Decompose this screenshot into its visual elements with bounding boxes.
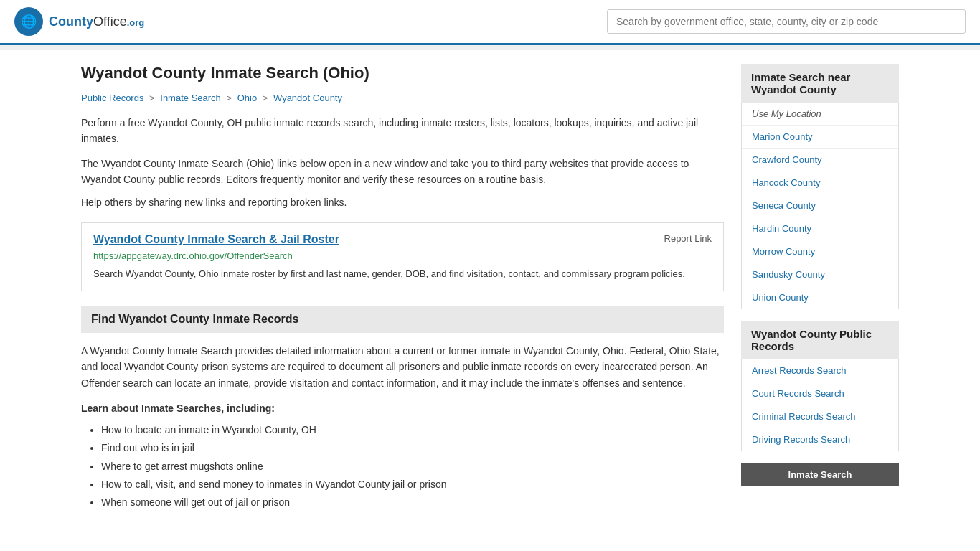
result-url[interactable]: https://appgateway.drc.ohio.gov/Offender…	[93, 250, 712, 261]
sidebar-nearby-link[interactable]: Morrow County	[742, 240, 898, 263]
sidebar-public-record-link[interactable]: Driving Records Search	[742, 428, 898, 451]
sidebar-nearby-link[interactable]: Hancock County	[742, 171, 898, 194]
bullet-item: When someone will get out of jail or pri…	[101, 494, 724, 512]
bullet-item: Where to get arrest mugshots online	[101, 458, 724, 476]
main-container: Wyandot County Inmate Search (Ohio) Publ…	[67, 50, 913, 526]
breadcrumb-wyandot[interactable]: Wyandot County	[273, 93, 342, 103]
help-text: Help others by sharing new links and rep…	[81, 197, 724, 208]
bullet-list: How to locate an inmate in Wyandot Count…	[81, 421, 724, 512]
bullet-item: Find out who is in jail	[101, 439, 724, 457]
sidebar-nearby-header: Inmate Search near Wyandot County	[741, 64, 899, 103]
intro-text-2: The Wyandot County Inmate Search (Ohio) …	[81, 156, 724, 188]
sidebar-use-location[interactable]: Use My Location	[742, 103, 898, 126]
page-title: Wyandot County Inmate Search (Ohio)	[81, 64, 724, 83]
sidebar-public-records-links: Arrest Records SearchCourt Records Searc…	[741, 359, 899, 451]
sidebar: Inmate Search near Wyandot County Use My…	[741, 64, 899, 512]
breadcrumb-ohio[interactable]: Ohio	[237, 93, 257, 103]
search-input[interactable]	[607, 9, 966, 34]
bullet-item: How to locate an inmate in Wyandot Count…	[101, 421, 724, 439]
sidebar-public-records-header: Wyandot County Public Records	[741, 321, 899, 359]
breadcrumb-inmate-search[interactable]: Inmate Search	[160, 93, 221, 103]
result-title[interactable]: Wyandot County Inmate Search & Jail Rost…	[93, 233, 339, 246]
sidebar-nearby-link[interactable]: Union County	[742, 286, 898, 309]
sidebar-nearby-link[interactable]: Crawford County	[742, 149, 898, 171]
logo-area: 🌐 CountyOffice.org	[14, 7, 144, 36]
sidebar-nearby-link[interactable]: Sandusky County	[742, 263, 898, 286]
logo-icon: 🌐	[14, 7, 43, 36]
sidebar-nearby-link[interactable]: Hardin County	[742, 217, 898, 240]
find-records-text: A Wyandot County Inmate Search provides …	[81, 343, 724, 391]
breadcrumb-public-records[interactable]: Public Records	[81, 93, 143, 103]
content-area: Wyandot County Inmate Search (Ohio) Publ…	[81, 64, 724, 512]
sidebar-nearby-link[interactable]: Marion County	[742, 126, 898, 149]
bullet-item: How to call, visit, and send money to in…	[101, 476, 724, 494]
sidebar-nearby-link[interactable]: Seneca County	[742, 194, 898, 217]
find-records-header: Find Wyandot County Inmate Records	[81, 306, 724, 333]
logo-text: CountyOffice.org	[49, 14, 144, 29]
sidebar-nearby-links: Use My Location Marion CountyCrawford Co…	[741, 103, 899, 309]
new-links-link[interactable]: new links	[184, 197, 226, 208]
sidebar-inmate-search-btn[interactable]: Inmate Search	[741, 463, 899, 486]
sidebar-public-record-link[interactable]: Criminal Records Search	[742, 405, 898, 428]
result-description: Search Wyandot County, Ohio inmate roste…	[93, 267, 712, 281]
learn-heading: Learn about Inmate Searches, including:	[81, 402, 724, 414]
sidebar-public-record-link[interactable]: Arrest Records Search	[742, 359, 898, 382]
breadcrumb: Public Records > Inmate Search > Ohio > …	[81, 93, 724, 103]
report-link[interactable]: Report Link	[664, 233, 712, 244]
result-card: Wyandot County Inmate Search & Jail Rost…	[81, 222, 724, 292]
header: 🌐 CountyOffice.org	[0, 0, 980, 45]
sidebar-public-record-link[interactable]: Court Records Search	[742, 382, 898, 405]
intro-text-1: Perform a free Wyandot County, OH public…	[81, 115, 724, 147]
